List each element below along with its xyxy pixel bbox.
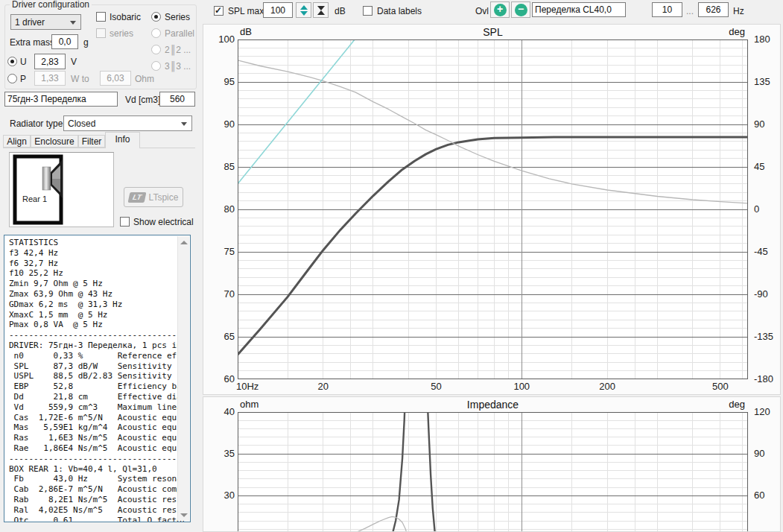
freq-range-separator: ... — [686, 6, 694, 16]
impedance-plot-area — [238, 412, 748, 532]
right-axis-unit: deg — [715, 399, 745, 410]
chevron-down-icon — [181, 122, 187, 126]
isobaric-label: Isobaric — [110, 12, 141, 22]
impedance-chart-panel: Impedanceohmdeg403530252015101209060300-… — [203, 396, 781, 532]
right-axis-tick-label: 60 — [754, 490, 781, 501]
x-axis-tick-label: 200 — [590, 381, 624, 393]
plus-icon: + — [494, 4, 507, 16]
right-axis-tick-label: -45 — [754, 246, 781, 258]
freq-from-input[interactable] — [652, 2, 682, 17]
tab-info[interactable]: Info — [105, 132, 140, 148]
left-axis-tick-label: 90 — [206, 118, 235, 130]
left-axis-tick-label: 70 — [206, 288, 235, 300]
right-axis-tick-label: 45 — [754, 161, 781, 173]
freq-unit-label: Hz — [733, 6, 744, 16]
app-window: Driver configuration 1 driver Isobaric s… — [0, 0, 783, 532]
spinner-down-icon — [300, 11, 308, 16]
tab-align[interactable]: Align — [3, 135, 31, 148]
voltage-input[interactable] — [34, 54, 66, 69]
power-ohm-unit: Ohm — [135, 74, 154, 84]
group-title: Driver configuration — [10, 0, 92, 10]
left-axis-tick-label: 100 — [206, 34, 235, 45]
statistics-text: STATISTICS f3 42,4 Hz f6 32,7 Hz f10 25,… — [4, 235, 190, 522]
power-unit: W to — [71, 74, 89, 84]
right-axis-unit: deg — [715, 26, 745, 37]
spl-max-input[interactable] — [263, 2, 293, 18]
vd-input[interactable] — [159, 92, 195, 107]
radiator-type-dropdown[interactable]: Closed — [63, 115, 192, 131]
left-axis-tick-label: 35 — [206, 448, 235, 460]
extra-mass-label: Extra mass — [10, 37, 54, 48]
x-axis-tick-label: 50 — [419, 381, 454, 393]
power-radio[interactable] — [7, 74, 17, 83]
vd-label: Vd [cm3] — [125, 95, 160, 105]
right-axis-tick-label: -180 — [754, 373, 781, 385]
right-axis-tick-label: 0 — [754, 203, 781, 215]
overlay-name-input[interactable] — [532, 2, 626, 17]
spl-max-checkbox[interactable] — [214, 6, 224, 16]
power-ohm-input — [100, 71, 131, 86]
left-axis-tick-label: 80 — [206, 203, 235, 215]
left-axis-tick-label: 60 — [206, 373, 235, 385]
scroll-up-icon[interactable] — [178, 236, 189, 248]
voltage-radio[interactable] — [7, 57, 17, 66]
spl-chart-panel: SPLdBdeg100959085807570656018013590450-4… — [203, 24, 781, 395]
right-axis-tick-label: -90 — [754, 288, 781, 300]
ovl-label: Ovl — [475, 6, 489, 16]
radiator-type-value: Closed — [68, 118, 95, 129]
tab-filter[interactable]: Filter — [78, 135, 105, 148]
scroll-down-icon[interactable] — [178, 509, 189, 521]
data-labels-label: Data labels — [377, 6, 422, 16]
tab-enclosure[interactable]: Enclosure — [31, 135, 78, 148]
left-axis-tick-label: 40 — [206, 406, 235, 418]
x-axis-tick-label: 100 — [504, 381, 539, 393]
chart-title: Impedance — [238, 399, 748, 411]
right-axis-tick-label: 135 — [754, 76, 781, 88]
wiring-series-label: Series — [165, 12, 190, 22]
isobaric-series-label: series — [110, 28, 133, 39]
voltage-unit: V — [71, 57, 77, 67]
left-axis-tick-label: 95 — [206, 76, 235, 88]
spl-max-unit: dB — [335, 6, 346, 16]
fit-scale-button[interactable] — [313, 2, 329, 18]
spl-max-stepper[interactable] — [296, 2, 311, 18]
remove-overlay-button[interactable]: − — [511, 1, 530, 18]
spl-max-label: SPL max — [228, 6, 264, 16]
extra-mass-input[interactable] — [51, 34, 78, 49]
left-axis-unit: ohm — [240, 399, 259, 410]
add-overlay-button[interactable]: + — [490, 1, 510, 18]
extra-mass-unit: g — [83, 37, 89, 48]
radiator-type-label: Radiator type — [10, 118, 63, 129]
x-axis-tick-label: 20 — [306, 381, 340, 393]
stats-scrollbar[interactable] — [177, 236, 189, 521]
right-axis-tick-label: 120 — [754, 406, 781, 418]
driver-name-input[interactable] — [4, 92, 118, 107]
left-axis-tick-label: 85 — [206, 161, 235, 173]
left-axis-tick-label: 30 — [206, 490, 235, 501]
spinner-up-icon — [300, 5, 308, 10]
spl-plot-area — [238, 39, 748, 379]
right-axis-tick-label: 180 — [754, 34, 781, 45]
driver-count-value: 1 driver — [15, 17, 45, 28]
right-axis-tick-label: 90 — [754, 118, 781, 130]
isobaric-checkbox[interactable] — [96, 12, 106, 22]
minus-icon: − — [515, 4, 527, 16]
wiring-series-radio[interactable] — [151, 12, 161, 22]
wiring-parallel-label: Parallel — [165, 28, 194, 39]
wiring-2x2-label: 2║2 ... — [165, 45, 191, 55]
wiring-3x3-radio — [151, 61, 161, 71]
statistics-box: STATISTICS f3 42,4 Hz f6 32,7 Hz f10 25,… — [4, 235, 191, 522]
power-input — [34, 71, 66, 86]
wiring-2x2-radio — [151, 45, 161, 54]
chevron-down-icon — [70, 21, 76, 25]
data-labels-checkbox[interactable] — [363, 6, 373, 16]
x-axis-tick-label: 10Hz — [236, 381, 270, 393]
driver-count-dropdown[interactable]: 1 driver — [10, 14, 81, 30]
isobaric-series-checkbox — [96, 28, 106, 38]
wiring-parallel-radio — [151, 28, 161, 38]
power-radio-label: P — [20, 74, 26, 84]
right-axis-tick-label: 90 — [754, 448, 781, 460]
freq-to-input[interactable] — [698, 2, 729, 17]
right-axis-tick-label: -135 — [754, 331, 781, 343]
voltage-radio-label: U — [20, 57, 27, 67]
